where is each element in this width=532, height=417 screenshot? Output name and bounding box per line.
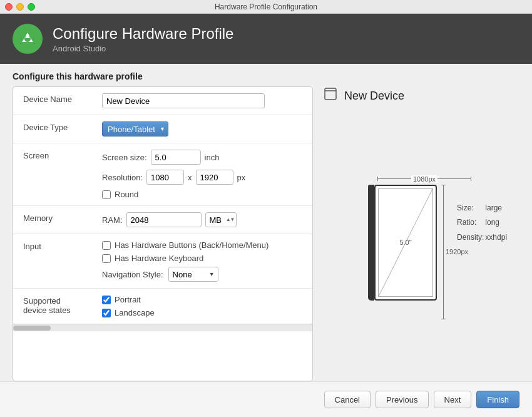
ram-input[interactable]: [126, 212, 202, 227]
screen-field-cell: Screen size: inch Resolution: x px Round: [95, 143, 312, 206]
density-label: Density:: [457, 231, 484, 245]
preview-panel: New Device 1080px: [323, 86, 519, 381]
ram-row: RAM: MB GB: [102, 212, 305, 227]
landscape-row: Landscape: [102, 308, 305, 317]
hardware-buttons-checkbox[interactable]: [102, 241, 111, 250]
input-label: Input: [13, 234, 95, 289]
hardware-keyboard-label: Has Hardware Keyboard: [115, 254, 203, 263]
supported-states-row: Supported device states Portrait Landsca…: [13, 289, 312, 324]
previous-button[interactable]: Previous: [376, 391, 429, 408]
device-diagram-container: 1080px: [359, 175, 484, 319]
finish-button[interactable]: Finish: [476, 391, 519, 408]
nav-select-wrapper: None D-pad Trackball Wheel: [168, 267, 218, 282]
next-button[interactable]: Next: [434, 391, 472, 408]
landscape-label: Landscape: [115, 308, 155, 317]
specs-box: Size: large Ratio: long Density: xxhdpi: [456, 200, 508, 246]
hardware-keyboard-checkbox[interactable]: [102, 254, 111, 263]
unit-select-wrapper: MB GB: [205, 212, 237, 227]
form-table: Device Name Device Type Phone/Tablet Tab…: [13, 87, 312, 324]
footer: Cancel Previous Next Finish: [0, 381, 532, 417]
density-value: xxhdpi: [485, 231, 507, 245]
nav-style-label: Navigation Style:: [102, 270, 163, 279]
states-cell: Portrait Landscape: [102, 295, 305, 317]
dim-center-value: 5.0": [399, 239, 411, 246]
dim-center-label: 5.0": [374, 239, 437, 246]
device-name-row: Device Name: [13, 87, 312, 115]
close-button[interactable]: [5, 3, 13, 11]
memory-row: Memory RAM: MB GB: [13, 206, 312, 234]
device-name-field-cell: [95, 87, 312, 115]
scrollbar-area[interactable]: [13, 324, 312, 331]
device-name-label: Device Name: [13, 87, 95, 115]
dim-top-value: 1080px: [411, 175, 437, 183]
resolution-x: x: [188, 173, 192, 182]
header-subtitle: Android Studio: [53, 44, 233, 53]
header: Configure Hardware Profile Android Studi…: [0, 14, 532, 64]
round-checkbox[interactable]: [102, 190, 111, 199]
memory-label: Memory: [13, 206, 95, 234]
screen-size-row: Screen size: inch: [102, 150, 305, 165]
header-text: Configure Hardware Profile Android Studi…: [53, 25, 233, 53]
maximize-button[interactable]: [28, 3, 35, 11]
ratio-label: Ratio:: [457, 216, 484, 230]
device-preview-area: 1080px: [323, 113, 519, 381]
device-type-select[interactable]: Phone/Tablet Tablet Wear OS TV Automotiv…: [102, 121, 168, 136]
dim-top-label: 1080px: [377, 175, 471, 183]
window-title: Hardware Profile Configuration: [215, 3, 317, 11]
form-panel: Device Name Device Type Phone/Tablet Tab…: [13, 86, 313, 381]
preview-device-icon: [323, 86, 338, 105]
minimize-button[interactable]: [16, 3, 24, 11]
round-label: Round: [115, 190, 138, 199]
specs-table: Size: large Ratio: long Density: xxhdpi: [456, 200, 508, 246]
phone-left-edge: [368, 185, 374, 301]
device-type-wrapper: Phone/Tablet Tablet Wear OS TV Automotiv…: [102, 121, 168, 136]
ram-label: RAM:: [102, 215, 123, 225]
ram-unit-select[interactable]: MB GB: [205, 212, 237, 227]
section-title: Configure this hardware profile: [0, 64, 532, 86]
memory-field-cell: RAM: MB GB: [95, 206, 312, 234]
hardware-keyboard-row: Has Hardware Keyboard: [102, 254, 305, 263]
hardware-buttons-label: Has Hardware Buttons (Back/Home/Menu): [115, 240, 269, 250]
portrait-checkbox[interactable]: [102, 296, 111, 304]
phone-shape: 5.0": [368, 185, 437, 301]
device-type-field-cell: Phone/Tablet Tablet Wear OS TV Automotiv…: [95, 115, 312, 143]
round-checkbox-row: Round: [102, 190, 305, 199]
portrait-row: Portrait: [102, 295, 305, 304]
svg-rect-2: [325, 88, 336, 100]
hardware-buttons-row: Has Hardware Buttons (Back/Home/Menu): [102, 240, 305, 250]
title-bar: Hardware Profile Configuration: [0, 0, 532, 14]
screen-size-input[interactable]: [151, 150, 201, 165]
device-name-input[interactable]: [102, 93, 265, 108]
header-title: Configure Hardware Profile: [53, 25, 233, 43]
landscape-checkbox[interactable]: [102, 309, 111, 317]
preview-title-row: New Device: [323, 86, 519, 105]
portrait-label: Portrait: [115, 295, 141, 304]
main-content: Device Name Device Type Phone/Tablet Tab…: [0, 86, 532, 381]
preview-title: New Device: [344, 90, 404, 103]
screen-row: Screen Screen size: inch Resolution: x p…: [13, 143, 312, 206]
size-value: large: [485, 202, 507, 215]
screen-size-label: Screen size:: [102, 153, 147, 162]
resolution-width-input[interactable]: [146, 170, 184, 185]
dim-right-value: 1920px: [446, 248, 468, 255]
resolution-row: Resolution: x px: [102, 170, 305, 185]
supported-states-label: Supported device states: [13, 289, 95, 324]
scrollbar-thumb[interactable]: [13, 326, 51, 331]
nav-style-row: Navigation Style: None D-pad Trackball W…: [102, 267, 305, 282]
android-studio-icon: [13, 24, 43, 54]
window-controls[interactable]: [5, 3, 35, 11]
input-row: Input Has Hardware Buttons (Back/Home/Me…: [13, 234, 312, 289]
supported-states-field-cell: Portrait Landscape: [95, 289, 312, 324]
size-label: Size:: [457, 202, 484, 215]
device-type-label: Device Type: [13, 115, 95, 143]
inch-label: inch: [205, 153, 220, 162]
nav-style-select[interactable]: None D-pad Trackball Wheel: [168, 267, 218, 282]
resolution-unit: px: [237, 173, 246, 182]
resolution-height-input[interactable]: [196, 170, 233, 185]
resolution-label: Resolution:: [102, 173, 143, 182]
ratio-value: long: [485, 216, 507, 230]
cancel-button[interactable]: Cancel: [324, 391, 371, 408]
screen-label: Screen: [13, 143, 95, 206]
device-type-row: Device Type Phone/Tablet Tablet Wear OS …: [13, 115, 312, 143]
input-field-cell: Has Hardware Buttons (Back/Home/Menu) Ha…: [95, 234, 312, 289]
